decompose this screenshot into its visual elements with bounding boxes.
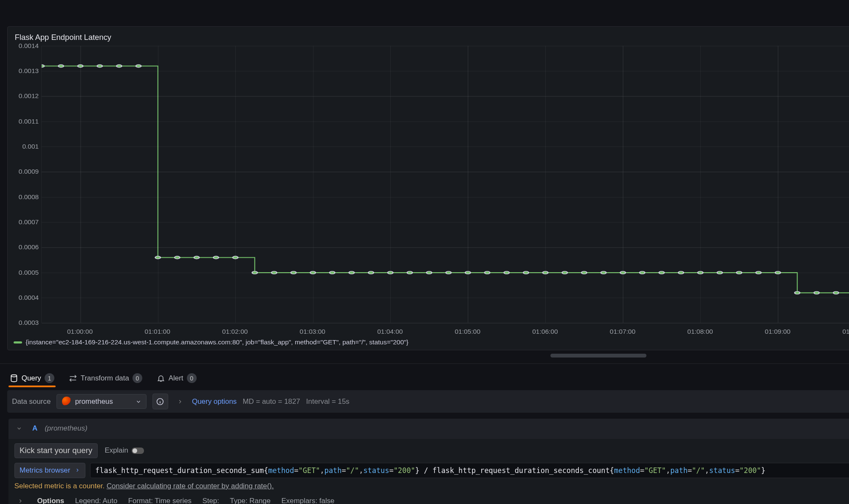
switch-icon xyxy=(132,448,144,453)
datasource-label: Data source xyxy=(12,397,51,406)
datasource-row: Data source prometheus Query options MD … xyxy=(7,390,849,413)
options-caret[interactable] xyxy=(14,495,26,504)
chevron-down-icon xyxy=(135,399,141,405)
query-block: A (prometheus) Kick start your query Exp… xyxy=(8,419,849,504)
horizontal-scrollbar[interactable] xyxy=(550,354,646,357)
database-icon xyxy=(10,374,18,383)
tab-alert-label: Alert xyxy=(169,374,183,383)
bell-icon xyxy=(157,374,165,383)
chevron-right-icon xyxy=(17,498,23,504)
query-expression-input[interactable]: flask_http_request_duration_seconds_sum{… xyxy=(90,463,849,478)
tab-query-badge: 1 xyxy=(45,373,54,383)
opt-legend: Legend: Auto xyxy=(75,497,118,504)
kick-start-button[interactable]: Kick start your query xyxy=(14,443,98,458)
explain-toggle[interactable]: Explain xyxy=(104,446,144,455)
chevron-right-icon xyxy=(75,467,80,473)
query-ds-hint: (prometheus) xyxy=(45,424,87,433)
tab-query[interactable]: Query 1 xyxy=(8,370,56,386)
opt-step: Step: xyxy=(202,497,219,504)
chart[interactable]: 0.00140.00130.00120.00110.0010.00090.000… xyxy=(14,46,849,345)
metrics-browser-button[interactable]: Metrics browser xyxy=(14,463,85,478)
tab-transform-badge: 0 xyxy=(133,373,142,383)
chevron-down-icon xyxy=(16,425,22,431)
query-collapse-caret[interactable] xyxy=(13,422,25,434)
warn-text: Selected metric is a counter. xyxy=(14,482,104,490)
opt-type: Type: Range xyxy=(230,497,271,504)
warn-link[interactable]: Consider calculating rate of counter by … xyxy=(107,482,274,490)
transform-icon xyxy=(69,374,77,383)
tab-alert[interactable]: Alert 0 xyxy=(155,370,198,386)
svg-point-42 xyxy=(814,291,819,294)
svg-point-41 xyxy=(795,291,800,294)
datasource-help-button[interactable] xyxy=(152,394,168,409)
panel: Flask App Endpoint Latency 0.00140.00130… xyxy=(7,26,849,350)
panel-title: Flask App Endpoint Latency xyxy=(14,33,849,42)
svg-point-5 xyxy=(97,65,102,67)
datasource-name: prometheus xyxy=(75,397,113,406)
explain-label: Explain xyxy=(104,446,128,455)
y-axis: 0.00140.00130.00120.00110.0010.00090.000… xyxy=(14,46,41,323)
tab-alert-badge: 0 xyxy=(187,373,197,383)
svg-point-9 xyxy=(175,256,180,259)
svg-point-62 xyxy=(11,374,17,377)
x-axis: 01:00:0001:01:0001:02:0001:03:0001:04:00… xyxy=(41,328,849,336)
legend[interactable]: {instance="ec2-184-169-216-224.us-west-1… xyxy=(14,338,409,346)
legend-color-swatch xyxy=(14,341,22,344)
query-options-caret[interactable] xyxy=(174,396,186,408)
md-text: MD = auto = 1827 xyxy=(243,397,300,406)
svg-point-43 xyxy=(833,291,838,294)
query-letter[interactable]: A xyxy=(32,424,37,433)
query-tabs: Query 1 Transform data 0 Alert 0 xyxy=(0,363,849,387)
tab-query-label: Query xyxy=(22,374,41,383)
opt-format: Format: Time series xyxy=(128,497,192,504)
interval-text: Interval = 15s xyxy=(306,397,350,406)
chevron-right-icon xyxy=(177,399,183,405)
prometheus-logo-icon xyxy=(62,397,72,406)
datasource-select[interactable]: prometheus xyxy=(56,394,147,409)
tab-transform-label: Transform data xyxy=(81,374,129,383)
counter-warning: Selected metric is a counter. Consider c… xyxy=(14,482,849,490)
line-svg xyxy=(42,46,849,323)
svg-point-10 xyxy=(194,256,199,259)
plot-area xyxy=(41,46,849,323)
opt-exemplars: Exemplars: false xyxy=(282,497,335,504)
legend-text: {instance="ec2-184-169-216-224.us-west-1… xyxy=(25,338,409,346)
svg-point-11 xyxy=(213,256,218,259)
query-header: A (prometheus) xyxy=(8,419,849,438)
info-icon xyxy=(156,397,164,406)
svg-point-6 xyxy=(116,65,121,67)
svg-point-7 xyxy=(136,65,141,67)
query-options-link[interactable]: Query options xyxy=(192,397,237,406)
query-options-row: Options Legend: Auto Format: Time series… xyxy=(14,495,849,504)
tab-transform[interactable]: Transform data 0 xyxy=(68,370,144,386)
svg-point-2 xyxy=(42,65,44,67)
svg-point-3 xyxy=(58,65,63,67)
options-label[interactable]: Options xyxy=(37,497,64,504)
